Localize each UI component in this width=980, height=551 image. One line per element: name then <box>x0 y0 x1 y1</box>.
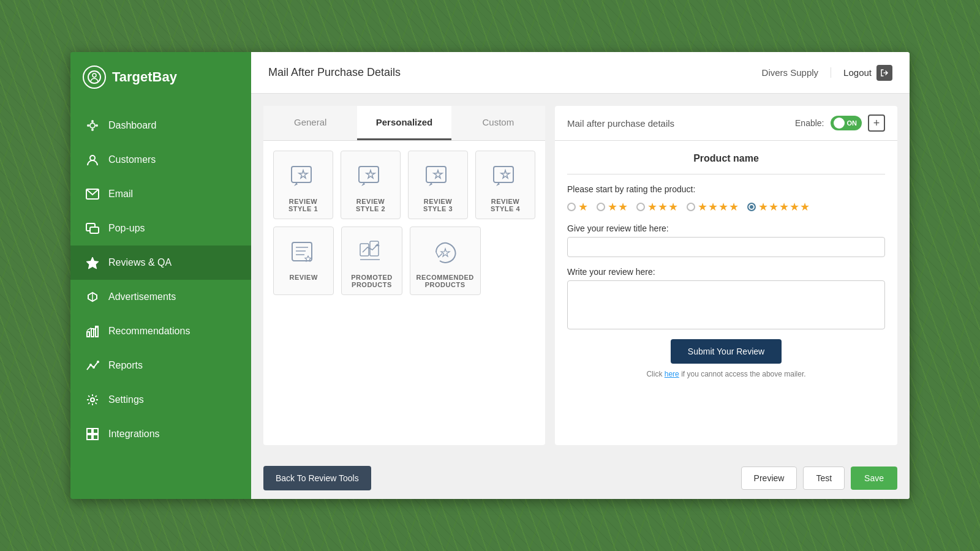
svg-marker-28 <box>366 170 375 178</box>
radio-2 <box>597 203 605 211</box>
style-card-label-recommended: RECOMMENDEDPRODUCTS <box>417 274 474 288</box>
test-button[interactable]: Test <box>803 467 845 490</box>
sidebar-item-dashboard[interactable]: Dashboard <box>70 108 251 143</box>
stars-2: ★ ★ <box>608 200 628 214</box>
svg-marker-11 <box>86 257 99 269</box>
footer-right: Preview Test Save <box>741 467 897 490</box>
svg-point-5 <box>91 129 94 131</box>
chat-star-icon-1 <box>287 161 319 193</box>
enable-section: Enable: ON + <box>795 114 885 132</box>
sidebar-item-reports[interactable]: Reports <box>70 348 251 383</box>
save-button[interactable]: Save <box>851 467 897 490</box>
here-link[interactable]: here <box>665 370 679 378</box>
svg-rect-10 <box>90 227 99 233</box>
click-text: Click <box>646 370 662 378</box>
right-panel-header: Mail after purchase details Enable: ON + <box>555 106 897 141</box>
style-card-label-review: REVIEW <box>289 274 317 281</box>
rating-1[interactable]: ★ <box>567 200 588 214</box>
svg-point-19 <box>97 361 99 363</box>
review-body-section: Write your review here: <box>567 267 885 329</box>
settings-icon <box>85 392 100 407</box>
style-card-promoted[interactable]: PROMOTEDPRODUCTS <box>341 227 402 295</box>
header-right: Divers Supply Logout <box>762 65 892 81</box>
sidebar-item-recommendations[interactable]: Recommendations <box>70 314 251 348</box>
review-title-input[interactable] <box>567 237 885 257</box>
plus-button[interactable]: + <box>868 114 885 132</box>
style-card-4[interactable]: REVIEWSTYLE 4 <box>475 151 535 219</box>
chat-star-icon-2 <box>355 161 386 193</box>
review-body-textarea[interactable] <box>567 280 885 329</box>
svg-marker-32 <box>501 170 510 178</box>
style-card-review[interactable]: REVIEW <box>273 227 334 295</box>
review-title-section: Give your review title here: <box>567 223 885 257</box>
sidebar-label-reports: Reports <box>108 360 143 371</box>
svg-rect-14 <box>87 332 89 337</box>
reviews-icon <box>85 255 100 270</box>
integrations-icon <box>85 427 100 441</box>
rating-label: Please start by rating the product: <box>567 184 885 194</box>
style-card-1[interactable]: REVIEWSTYLE 1 <box>273 151 333 219</box>
product-name: Product name <box>693 153 759 163</box>
rating-3[interactable]: ★ ★ ★ <box>636 200 678 214</box>
logout-button[interactable]: Logout <box>843 65 892 81</box>
style-row-1: REVIEWSTYLE 1 REVIEWSTYLE <box>273 151 535 219</box>
rating-5[interactable]: ★ ★ ★ ★ ★ <box>747 200 810 214</box>
sidebar: TargetBay Dashboard <box>70 52 251 499</box>
popups-icon <box>85 221 100 236</box>
svg-marker-41 <box>375 244 380 246</box>
style-card-2[interactable]: REVIEWSTYLE 2 <box>341 151 401 219</box>
sidebar-label-email: Email <box>108 189 133 200</box>
sidebar-item-settings[interactable]: Settings <box>70 383 251 417</box>
radio-1 <box>567 203 576 211</box>
sidebar-label-reviews: Reviews & QA <box>108 257 172 268</box>
submit-review-button[interactable]: Submit Your Review <box>671 339 782 364</box>
sidebar-item-advertisements[interactable]: Advertisements <box>70 280 251 314</box>
style-card-label-4: REVIEWSTYLE 4 <box>491 198 520 212</box>
style-row-2: REVIEW <box>273 227 535 295</box>
tab-general[interactable]: General <box>263 106 357 140</box>
sidebar-label-settings: Settings <box>108 394 144 405</box>
review-body-label: Write your review here: <box>567 267 885 277</box>
style-card-label-2: REVIEWSTYLE 2 <box>356 198 385 212</box>
stars-1: ★ <box>578 200 588 214</box>
rating-2[interactable]: ★ ★ <box>597 200 628 214</box>
ads-icon <box>85 290 100 304</box>
style-card-recommended[interactable]: RECOMMENDEDPRODUCTS <box>410 227 481 295</box>
sidebar-item-reviews[interactable]: Reviews & QA <box>70 246 251 280</box>
rating-4[interactable]: ★ ★ ★ ★ <box>687 200 739 214</box>
back-button[interactable]: Back To Review Tools <box>263 466 371 490</box>
style-card-3[interactable]: REVIEWSTYLE 3 <box>408 151 468 219</box>
stars-4: ★ ★ ★ ★ <box>698 200 739 214</box>
sidebar-item-email[interactable]: Email <box>70 177 251 211</box>
logout-label: Logout <box>843 67 872 78</box>
sidebar-item-integrations[interactable]: Integrations <box>70 417 251 451</box>
svg-rect-21 <box>87 429 92 433</box>
enable-label: Enable: <box>795 118 824 128</box>
recommendations-icon <box>85 324 100 339</box>
svg-point-3 <box>91 120 94 122</box>
tabs: General Personalized Custom <box>263 106 545 141</box>
review-title-label: Give your review title here: <box>567 223 885 233</box>
enable-toggle[interactable]: ON <box>831 116 862 130</box>
svg-rect-15 <box>91 329 94 337</box>
sidebar-label-integrations: Integrations <box>108 429 160 440</box>
svg-point-6 <box>87 124 89 127</box>
footer: Back To Review Tools Preview Test Save <box>251 457 910 499</box>
review-card-icon <box>288 237 320 269</box>
sidebar-item-customers[interactable]: Customers <box>70 143 251 177</box>
logo-icon <box>83 66 106 89</box>
sidebar-logo: TargetBay <box>70 52 251 102</box>
tab-personalized[interactable]: Personalized <box>357 106 451 140</box>
svg-point-17 <box>89 364 92 366</box>
tab-custom[interactable]: Custom <box>451 106 545 140</box>
preview-button[interactable]: Preview <box>741 467 797 490</box>
style-card-label-3: REVIEWSTYLE 3 <box>423 198 453 212</box>
svg-rect-24 <box>93 435 98 440</box>
chat-star-icon-3 <box>422 161 454 193</box>
dashboard-icon <box>85 118 100 133</box>
svg-point-20 <box>91 398 94 402</box>
page-title: Mail After Purchase Details <box>268 66 401 79</box>
sidebar-item-popups[interactable]: Pop-ups <box>70 211 251 246</box>
sidebar-label-dashboard: Dashboard <box>108 120 156 131</box>
reports-icon <box>85 358 100 373</box>
